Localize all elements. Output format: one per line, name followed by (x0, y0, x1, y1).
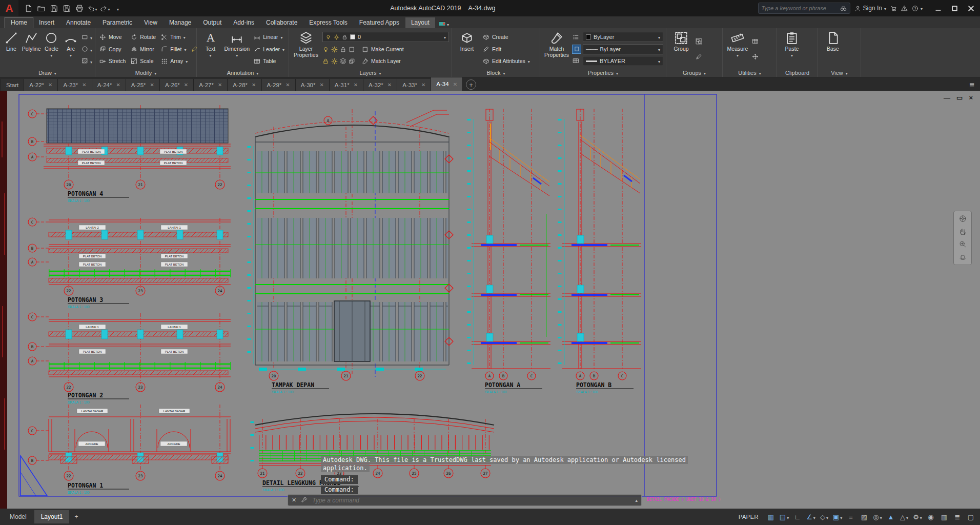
linear-button[interactable]: Linear (252, 32, 286, 42)
command-close-icon[interactable]: ✕ (292, 497, 296, 503)
quick-properties-icon[interactable]: ▥ (938, 511, 950, 523)
file-tab-a24[interactable]: A-24*✕ (92, 79, 126, 91)
table-button[interactable]: Table (252, 56, 286, 66)
leader-button[interactable]: Leader (252, 44, 286, 54)
ribbon-display-toggle[interactable] (439, 19, 449, 28)
text-button[interactable]: Text (199, 30, 221, 68)
match-layer-button[interactable]: Match Layer (360, 56, 402, 66)
help-search-box[interactable] (758, 3, 850, 14)
file-tabs-menu[interactable]: ≣ (964, 81, 980, 91)
group-edit-icon[interactable] (696, 53, 702, 60)
file-tab-a25[interactable]: A-25*✕ (126, 79, 160, 91)
linetype-select[interactable]: ——–ByLayer (583, 44, 663, 54)
clean-screen-icon[interactable]: ▢ (965, 511, 977, 523)
layer-off-icon[interactable] (322, 46, 329, 53)
panel-properties-footer[interactable]: Properties (540, 68, 666, 77)
file-tab-a30[interactable]: A-30*✕ (296, 79, 330, 91)
new-tab-button[interactable]: + (466, 79, 476, 90)
tab-layout[interactable]: Layout (405, 17, 435, 28)
close-icon[interactable]: ✕ (319, 82, 323, 88)
autocad-app-button[interactable]: A (0, 0, 18, 16)
close-icon[interactable]: ✕ (421, 82, 425, 88)
help-button[interactable] (912, 5, 923, 12)
object-color-select[interactable]: ByLayer (583, 32, 663, 42)
model-tab[interactable]: Model (3, 510, 33, 523)
file-tab-a32[interactable]: A-32*✕ (363, 79, 397, 91)
layer-merge-icon[interactable] (349, 58, 355, 65)
edit-block-button[interactable]: Edit (481, 44, 532, 54)
file-tab-a34[interactable]: A-34✕ (431, 77, 463, 91)
tab-parametric[interactable]: Parametric (97, 17, 138, 28)
trim-button[interactable]: Trim (159, 32, 189, 42)
close-icon[interactable]: ✕ (82, 82, 86, 88)
rectangle-icon[interactable] (81, 34, 88, 41)
pan-icon[interactable] (959, 228, 967, 235)
file-tab-a29[interactable]: A-29*✕ (262, 79, 296, 91)
file-tab-a31[interactable]: A-31*✕ (330, 79, 363, 91)
properties-dialog-icon[interactable] (573, 57, 579, 64)
polyline-button[interactable]: Polyline (22, 30, 41, 68)
panel-layers-footer[interactable]: Layers (289, 68, 452, 77)
tab-view[interactable]: View (138, 17, 163, 28)
command-customize-wrench-icon[interactable] (301, 497, 308, 503)
isodraft-icon[interactable]: ◇ (818, 511, 830, 523)
tab-express-tools[interactable]: Express Tools (303, 17, 353, 28)
dimension-button[interactable]: Dimension (223, 30, 250, 68)
copy-button[interactable]: Copy (98, 44, 127, 54)
close-icon[interactable]: ✕ (150, 82, 154, 88)
orbit-icon[interactable] (959, 253, 967, 261)
quick-calc-icon[interactable] (752, 38, 759, 45)
tab-home[interactable]: Home (5, 17, 33, 28)
mirror-button[interactable]: Mirror (129, 44, 157, 54)
ortho-icon[interactable]: ∟ (791, 511, 804, 523)
snap-icon[interactable]: ▤ (778, 511, 790, 523)
open-button[interactable] (35, 3, 47, 14)
circle-button[interactable]: Circle (43, 30, 60, 68)
lineweight-icon[interactable]: ≡ (845, 511, 857, 523)
panel-view-footer[interactable]: View (818, 68, 861, 77)
paste-button[interactable]: Paste (780, 30, 804, 68)
file-tab-start[interactable]: Start (1, 79, 24, 91)
drawing-close-button[interactable]: × (969, 94, 973, 102)
file-tab-a22[interactable]: A-22*✕ (24, 79, 58, 91)
panel-draw-footer[interactable]: Draw (0, 68, 95, 77)
transparency-icon[interactable]: ▨ (858, 511, 870, 523)
rotate-button[interactable]: Rotate (129, 32, 157, 42)
search-input[interactable] (762, 5, 838, 11)
plot-button[interactable] (74, 3, 85, 14)
annotation-monitor-icon[interactable]: ◉ (925, 511, 937, 523)
new-layout-button[interactable]: + (70, 510, 82, 523)
line-button[interactable]: Line (3, 30, 20, 68)
minimize-button[interactable] (930, 1, 946, 15)
file-tab-a28[interactable]: A-28*✕ (228, 79, 261, 91)
close-icon[interactable]: ✕ (285, 82, 290, 88)
panel-annotation-footer[interactable]: Annotation (197, 68, 289, 77)
stay-connected-button[interactable] (901, 5, 908, 12)
annotation-visibility-icon[interactable]: ▲ (885, 511, 897, 523)
redo-button[interactable] (99, 3, 111, 14)
layer-thaw-icon[interactable] (331, 58, 338, 65)
list-icon[interactable] (573, 34, 579, 41)
qat-customize-button[interactable] (112, 3, 124, 14)
measure-button[interactable]: Measure (725, 30, 750, 68)
array-button[interactable]: Array (159, 56, 189, 66)
app-store-button[interactable] (890, 5, 897, 12)
layer-sheet-icon[interactable] (349, 46, 355, 53)
close-icon[interactable]: ✕ (252, 82, 256, 88)
undo-button[interactable] (87, 3, 98, 14)
layout1-tab[interactable]: Layout1 (34, 510, 70, 523)
group-button[interactable]: Group (669, 30, 693, 68)
tab-output[interactable]: Output (197, 17, 227, 28)
panel-modify-footer[interactable]: Modify (95, 68, 196, 77)
make-current-button[interactable]: Make Current (360, 45, 405, 54)
tab-annotate[interactable]: Annotate (60, 17, 96, 28)
close-icon[interactable]: ✕ (453, 82, 457, 87)
workspace-icon[interactable]: ⚙ (911, 511, 924, 523)
hatch-icon[interactable] (81, 57, 88, 64)
close-icon[interactable]: ✕ (354, 82, 358, 88)
drawing-restore-button[interactable]: ▭ (956, 94, 963, 102)
tab-collaborate[interactable]: Collaborate (260, 17, 303, 28)
sign-in-button[interactable]: Sign In (854, 5, 886, 12)
paper-space-toggle[interactable]: PAPER (733, 514, 764, 520)
maximize-button[interactable] (946, 1, 963, 15)
